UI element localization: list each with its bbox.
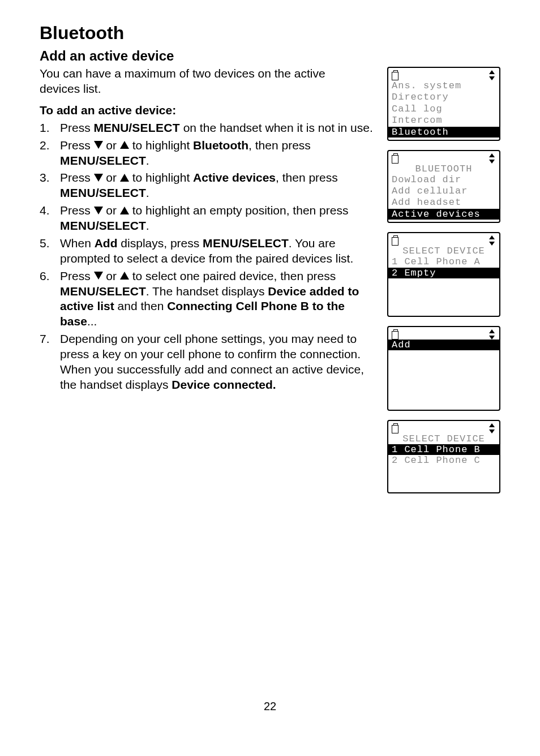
menu-label: MENU <box>60 219 96 232</box>
lcd-line: Ans. system <box>388 80 499 92</box>
page: Bluetooth Add an active device You can h… <box>0 0 540 724</box>
text: When <box>60 237 95 250</box>
text: or <box>103 204 120 217</box>
lcd-screen-2: BLUETOOTH Dowload dir Add cellular Add h… <box>387 150 500 223</box>
down-arrow-icon <box>94 141 103 149</box>
down-arrow-icon <box>94 272 103 280</box>
bluetooth-label: Bluetooth <box>193 139 248 152</box>
lcd-header <box>388 329 499 340</box>
text: . <box>146 186 149 199</box>
step-5: When Add displays, press MENU/SELECT. Yo… <box>40 236 376 267</box>
menu-label: MENU <box>60 186 96 199</box>
text: . The handset displays <box>146 285 268 298</box>
step-1: Press MENU/SELECT on the handset when it… <box>40 121 376 136</box>
text: ... <box>87 315 97 328</box>
menu-label: MENU <box>60 285 96 298</box>
text: Press <box>60 139 94 152</box>
updown-icon <box>488 235 496 246</box>
text: , then press <box>276 171 338 184</box>
page-number: 22 <box>0 700 540 713</box>
step-7: Depending on your cell phone settings, y… <box>40 332 376 393</box>
text: or <box>103 139 120 152</box>
lcd-screen-5: SELECT DEVICE 1 Cell Phone B 2 Cell Phon… <box>387 420 500 493</box>
select-label: /SELECT <box>96 186 146 199</box>
device-connected-label: Device connected. <box>172 378 276 391</box>
battery-icon <box>392 423 398 432</box>
lcd-line: 1 Cell Phone A <box>388 256 499 268</box>
active-devices-label: Active devices <box>193 171 276 184</box>
text: to highlight <box>129 171 193 184</box>
lcd-screen-1: Ans. system Directory Call log Intercom … <box>387 67 500 141</box>
select-label: /SELECT <box>96 285 146 298</box>
section-heading: Add an active device <box>40 48 500 64</box>
step-2: Press or to highlight Bluetooth, then pr… <box>40 138 376 169</box>
updown-icon <box>488 70 496 80</box>
text: displays, press <box>118 237 203 250</box>
down-arrow-icon <box>94 207 103 214</box>
text: or <box>103 171 120 184</box>
step-4: Press or to highlight an empty position,… <box>40 203 376 234</box>
updown-icon <box>488 153 496 164</box>
updown-icon <box>488 329 496 340</box>
text: , then press <box>248 139 311 152</box>
up-arrow-icon <box>120 207 129 214</box>
lcd-screen-4: Add <box>387 326 500 411</box>
step-6: Press or to select one paired device, th… <box>40 269 376 330</box>
menu-label: MENU <box>60 154 96 167</box>
text: Press <box>60 121 94 134</box>
updown-icon <box>488 423 496 433</box>
lcd-line: Dowload dir <box>388 174 499 186</box>
step-3: Press or to highlight Active devices, th… <box>40 170 376 201</box>
up-arrow-icon <box>120 174 129 182</box>
battery-icon <box>392 153 398 162</box>
lcd-title: BLUETOOTH <box>388 164 499 174</box>
menu-label: MENU <box>203 237 238 250</box>
lcd-selected-line: Active devices <box>388 209 499 220</box>
intro-text: You can have a maximum of two devices on… <box>40 66 362 97</box>
lcd-line: Add headset <box>388 197 499 208</box>
step-list: Press MENU/SELECT on the handset when it… <box>40 121 376 393</box>
lcd-selected-line: 1 Cell Phone B <box>388 444 499 455</box>
select-label: SELECT <box>132 121 180 134</box>
add-label: Add <box>95 237 118 250</box>
menu-label: MENU/ <box>94 121 132 134</box>
lcd-header <box>388 70 499 80</box>
lcd-screen-3: SELECT DEVICE 1 Cell Phone A 2 Empty <box>387 232 500 317</box>
lcd-header <box>388 153 499 164</box>
up-arrow-icon <box>120 272 129 280</box>
lcd-line: 2 Cell Phone C <box>388 455 499 466</box>
text: Press <box>60 204 94 217</box>
text: to highlight <box>129 139 193 152</box>
up-arrow-icon <box>120 141 129 149</box>
lcd-line: Directory <box>388 92 499 103</box>
lcd-title: SELECT DEVICE <box>388 433 499 444</box>
lcd-screens-column: Ans. system Directory Call log Intercom … <box>387 67 500 502</box>
battery-icon <box>392 235 398 244</box>
lcd-header <box>388 235 499 246</box>
select-label: /SELECT <box>96 154 146 167</box>
battery-icon <box>392 329 398 338</box>
text: . <box>146 219 149 232</box>
down-arrow-icon <box>94 174 103 182</box>
select-label: /SELECT <box>238 237 289 250</box>
lcd-line: Intercom <box>388 115 499 126</box>
select-label: /SELECT <box>96 219 146 232</box>
page-title: Bluetooth <box>40 23 500 44</box>
text: to select one paired device, then press <box>129 269 336 282</box>
text: . <box>146 154 149 167</box>
lcd-selected-line: Add <box>388 340 499 350</box>
lcd-title: SELECT DEVICE <box>388 246 499 256</box>
lcd-header <box>388 423 499 433</box>
battery-icon <box>392 70 398 79</box>
text: and then <box>114 299 167 312</box>
lcd-selected-line: Bluetooth <box>388 127 499 138</box>
text: to highlight an empty position, then pre… <box>129 204 349 217</box>
lcd-line: Add cellular <box>388 186 499 197</box>
text: on the handset when it is not in use. <box>180 121 373 134</box>
lcd-line: Call log <box>388 104 499 115</box>
text: Press <box>60 269 94 282</box>
text: Press <box>60 171 94 184</box>
lcd-selected-line: 2 Empty <box>388 268 499 278</box>
text: or <box>103 269 120 282</box>
